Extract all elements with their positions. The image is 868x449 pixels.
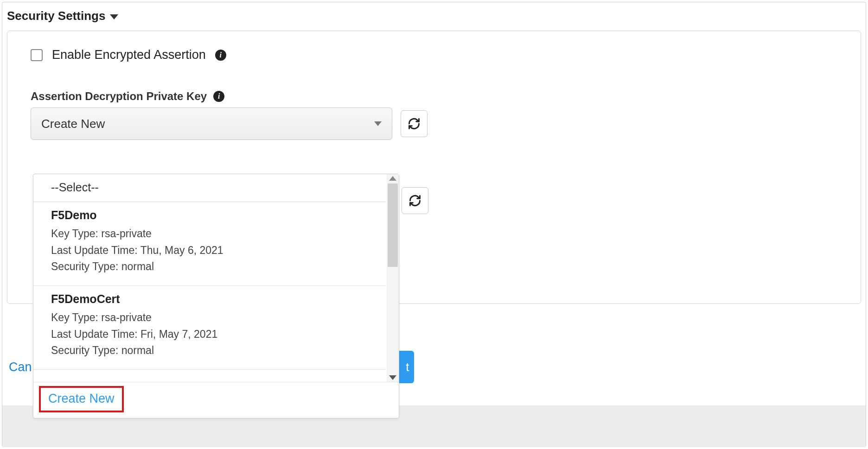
scroll-up-icon[interactable] xyxy=(389,176,396,181)
dropdown-item-truncated[interactable]: ▬▬▬ ▬ ▬▬ ▬▬▬ ▬▬ xyxy=(33,370,386,382)
section-title-row: Security Settings xyxy=(2,2,866,28)
info-icon[interactable]: i xyxy=(215,50,226,61)
enable-encrypted-assertion-checkbox[interactable] xyxy=(31,49,43,61)
decryption-key-label-row: Assertion Decryption Private Key i xyxy=(31,90,837,103)
dropdown-placeholder-option[interactable]: --Select-- xyxy=(33,174,386,202)
caret-down-icon[interactable] xyxy=(110,14,118,19)
decryption-key-select-row: Create New xyxy=(31,108,837,140)
refresh-icon xyxy=(408,194,421,207)
chevron-down-icon xyxy=(374,121,382,126)
decryption-key-select[interactable]: Create New xyxy=(31,108,392,140)
dropdown-item-f5demo[interactable]: F5Demo Key Type: rsa-private Last Update… xyxy=(33,202,386,286)
create-new-label: Create New xyxy=(48,392,115,405)
dropdown-item-meta: Key Type: rsa-private Last Update Time: … xyxy=(51,226,376,275)
scroll-down-icon[interactable] xyxy=(389,375,396,380)
refresh-button-2[interactable] xyxy=(402,187,428,214)
dropdown-item-f5democert[interactable]: F5DemoCert Key Type: rsa-private Last Up… xyxy=(33,286,386,370)
decryption-key-label: Assertion Decryption Private Key xyxy=(31,90,207,103)
create-new-option[interactable]: Create New xyxy=(39,386,124,412)
refresh-icon xyxy=(408,117,421,130)
cancel-button[interactable]: Can xyxy=(7,355,34,379)
dropdown-item-title: F5Demo xyxy=(51,209,376,222)
scroll-thumb[interactable] xyxy=(388,183,398,267)
section-title: Security Settings xyxy=(7,9,105,23)
dropdown-scrollbar[interactable] xyxy=(387,174,399,382)
decryption-key-dropdown: --Select-- F5Demo Key Type: rsa-private … xyxy=(33,174,399,418)
info-icon[interactable]: i xyxy=(213,91,224,102)
refresh-button[interactable] xyxy=(401,110,428,137)
enable-encrypted-assertion-label: Enable Encrypted Assertion xyxy=(52,48,206,62)
dropdown-item-meta: Key Type: rsa-private Last Update Time: … xyxy=(51,310,376,359)
dropdown-item-title: F5DemoCert xyxy=(51,292,376,306)
security-settings-panel: Security Settings Enable Encrypted Asser… xyxy=(2,2,866,447)
dropdown-list: --Select-- F5Demo Key Type: rsa-private … xyxy=(33,174,399,382)
decryption-key-select-value: Create New xyxy=(41,117,105,131)
dropdown-footer: Create New xyxy=(33,382,399,418)
encrypted-assertion-row: Enable Encrypted Assertion i xyxy=(31,48,837,62)
